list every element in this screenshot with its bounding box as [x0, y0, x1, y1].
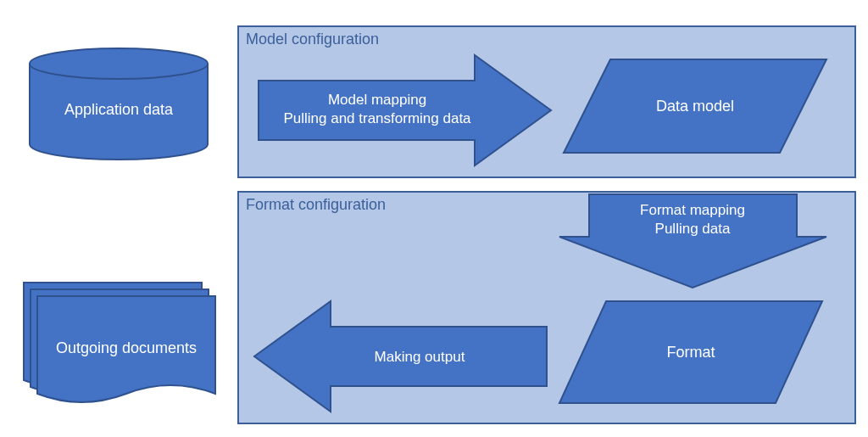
making-output-label: Making output — [375, 349, 465, 365]
outgoing-documents-stack: Outgoing documents — [17, 276, 225, 420]
model-config-title: Model configuration — [246, 31, 379, 48]
making-output-arrow: Making output — [250, 297, 551, 416]
data-model-label: Data model — [656, 98, 734, 115]
svg-point-4 — [30, 48, 208, 79]
application-data-label: Application data — [64, 101, 174, 118]
data-model-parallelogram: Data model — [559, 55, 831, 157]
application-data-cylinder: Application data — [25, 47, 212, 161]
model-mapping-line1: Model mapping — [328, 92, 426, 108]
format-mapping-line1: Format mapping — [640, 202, 745, 218]
format-parallelogram: Format — [555, 297, 826, 407]
format-config-title: Format configuration — [246, 196, 386, 214]
format-mapping-line2: Pulling data — [655, 221, 731, 237]
model-mapping-line2: Pulling and transforming data — [283, 110, 471, 126]
outgoing-documents-label: Outgoing documents — [56, 339, 197, 356]
format-mapping-arrow: Format mapping Pulling data — [555, 190, 831, 292]
model-mapping-arrow: Model mapping Pulling and transforming d… — [254, 51, 555, 170]
format-label: Format — [666, 344, 715, 361]
